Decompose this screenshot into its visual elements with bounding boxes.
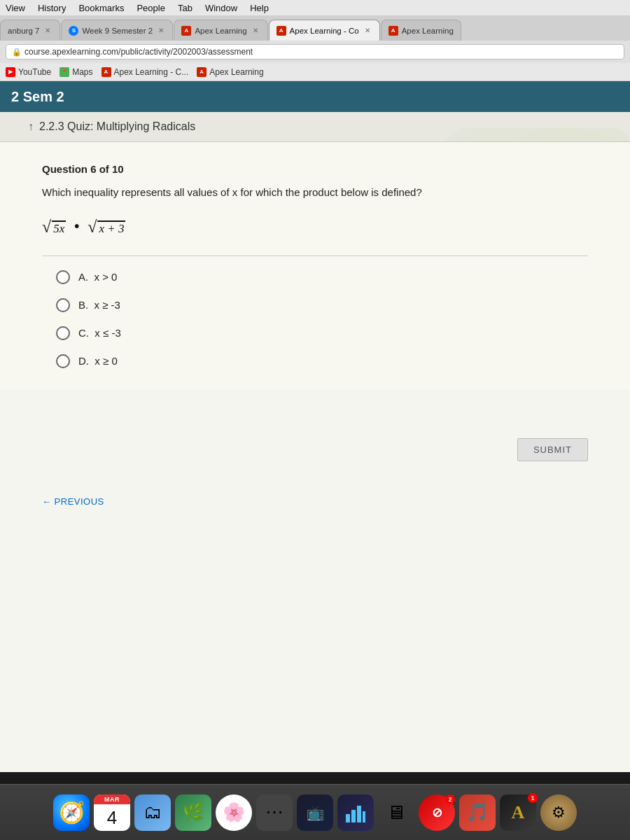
dock-app4[interactable]: 🌿 bbox=[175, 794, 211, 831]
dock-finder[interactable]: 🗂 bbox=[134, 794, 171, 831]
menu-bar: View History Bookmarks People Tab Window… bbox=[0, 0, 630, 15]
menu-view[interactable]: View bbox=[6, 3, 25, 13]
dock-cal-month: MAR bbox=[94, 794, 130, 804]
tab5-favicon: A bbox=[388, 26, 398, 36]
tab3-close[interactable]: ✕ bbox=[251, 26, 260, 36]
tab5-label: Apex Learning bbox=[402, 27, 454, 35]
menu-tab[interactable]: Tab bbox=[178, 3, 192, 13]
bookmarks-bar: ▶ YouTube 📍 Maps A Apex Learning - C... … bbox=[0, 63, 630, 81]
address-bar[interactable]: 🔒 course.apexlearning.com/public/activit… bbox=[6, 44, 624, 59]
dock: 🧭 MAR 4 🗂 🌿 🌸 ⋯ 📺 🖥 ⊘ 2 bbox=[0, 784, 630, 840]
accessibility-icon: A bbox=[512, 802, 525, 823]
dock-cal-day: 4 bbox=[107, 804, 117, 831]
question-text: Which inequality represents all values o… bbox=[42, 185, 518, 201]
dock-music[interactable]: 🎵 bbox=[459, 794, 496, 831]
answer-c-label: C. x ≤ -3 bbox=[78, 327, 121, 339]
nav-bottom: ← PREVIOUS bbox=[0, 482, 630, 521]
menu-history[interactable]: History bbox=[38, 3, 66, 13]
svg-rect-17 bbox=[363, 811, 365, 822]
tab4-close[interactable]: ✕ bbox=[363, 26, 372, 36]
answer-option-a[interactable]: A. x > 0 bbox=[56, 270, 588, 284]
page-header: 2 Sem 2 bbox=[0, 81, 630, 112]
answer-a-label: A. x > 0 bbox=[78, 271, 117, 283]
bookmark-maps[interactable]: 📍 Maps bbox=[59, 67, 92, 77]
dock-photos[interactable]: 🌸 bbox=[216, 794, 252, 831]
dock-stats[interactable] bbox=[337, 794, 374, 831]
address-bar-row: 🔒 course.apexlearning.com/public/activit… bbox=[0, 41, 630, 63]
youtube-icon: ▶ bbox=[6, 67, 15, 77]
tabs-bar: anburg 7 ✕ S Week 9 Semester 2 ✕ A Apex … bbox=[0, 15, 630, 41]
menu-people[interactable]: People bbox=[136, 3, 164, 13]
divider bbox=[42, 255, 588, 256]
dock-dnd[interactable]: ⊘ 2 bbox=[419, 794, 455, 831]
tab-week9[interactable]: S Week 9 Semester 2 ✕ bbox=[61, 20, 173, 41]
apex-bm-icon: A bbox=[197, 67, 206, 77]
answer-options: A. x > 0 B. x ≥ -3 C. x ≤ -3 D. x ≥ 0 bbox=[42, 270, 588, 368]
dock-dnd-badge: 2 bbox=[445, 794, 455, 804]
tab2-label: Week 9 Semester 2 bbox=[82, 27, 153, 35]
apex-c-icon: A bbox=[102, 67, 111, 77]
dock-app7[interactable]: 📺 bbox=[297, 794, 333, 831]
svg-rect-16 bbox=[357, 806, 361, 822]
radio-a[interactable] bbox=[56, 270, 70, 284]
answer-option-b[interactable]: B. x ≥ -3 bbox=[56, 298, 588, 312]
dock-calendar[interactable]: MAR 4 bbox=[94, 794, 130, 831]
stats-chart-icon bbox=[343, 800, 368, 825]
tab4-favicon: A bbox=[276, 26, 286, 36]
answer-b-label: B. x ≥ -3 bbox=[78, 299, 120, 311]
answer-option-d[interactable]: D. x ≥ 0 bbox=[56, 354, 588, 368]
bookmark-apex-c-label: Apex Learning - C... bbox=[114, 67, 189, 77]
tab-anburg[interactable]: anburg 7 ✕ bbox=[0, 20, 60, 41]
menu-bookmarks[interactable]: Bookmarks bbox=[78, 3, 124, 13]
dock-safari[interactable]: 🧭 bbox=[53, 794, 90, 831]
sqrt-x3: √ x + 3 bbox=[88, 218, 125, 236]
lock-icon: 🔒 bbox=[12, 48, 22, 57]
radio-c[interactable] bbox=[56, 326, 70, 340]
dock-last[interactable]: ⚙ bbox=[540, 794, 577, 831]
quiz-content: Question 6 of 10 Which inequality repres… bbox=[0, 142, 630, 389]
radio-b[interactable] bbox=[56, 298, 70, 312]
bookmark-apex[interactable]: A Apex Learning bbox=[197, 67, 263, 77]
tab3-favicon: A bbox=[181, 26, 191, 36]
sqrt-5x: √ 5x bbox=[42, 218, 66, 236]
back-arrow-icon[interactable]: ↑ bbox=[28, 120, 34, 133]
section-title: 2 Sem 2 bbox=[11, 89, 64, 105]
menu-help[interactable]: Help bbox=[250, 3, 269, 13]
quiz-title: 2.2.3 Quiz: Multiplying Radicals bbox=[39, 120, 195, 133]
content-area: Question 6 of 10 Which inequality repres… bbox=[0, 142, 630, 772]
previous-link[interactable]: ← PREVIOUS bbox=[42, 496, 104, 507]
tab-apex-co[interactable]: A Apex Learning - Co ✕ bbox=[269, 20, 380, 41]
tab1-label: anburg 7 bbox=[8, 27, 39, 35]
submit-area: SUBMIT bbox=[0, 417, 630, 482]
submit-button[interactable]: SUBMIT bbox=[517, 438, 588, 461]
maps-icon: 📍 bbox=[59, 67, 69, 77]
tab2-close[interactable]: ✕ bbox=[156, 26, 166, 36]
url-text: course.apexlearning.com/public/activity/… bbox=[24, 47, 253, 57]
answer-d-label: D. x ≥ 0 bbox=[78, 355, 118, 367]
bookmark-apex-c[interactable]: A Apex Learning - C... bbox=[102, 67, 189, 77]
bookmark-youtube[interactable]: ▶ YouTube bbox=[6, 67, 51, 77]
answer-option-c[interactable]: C. x ≤ -3 bbox=[56, 326, 588, 340]
dock-a-badge: 1 bbox=[528, 793, 538, 803]
bookmark-apex-label: Apex Learning bbox=[209, 67, 263, 77]
dock-app6[interactable]: ⋯ bbox=[256, 794, 293, 831]
bookmark-maps-label: Maps bbox=[72, 67, 92, 77]
radio-d[interactable] bbox=[56, 354, 70, 368]
svg-rect-15 bbox=[351, 810, 356, 822]
tab1-close[interactable]: ✕ bbox=[43, 26, 52, 36]
tab-apex2[interactable]: A Apex Learning bbox=[381, 20, 461, 41]
svg-rect-14 bbox=[346, 814, 350, 822]
menu-window[interactable]: Window bbox=[205, 3, 237, 13]
dock-accessibility[interactable]: A 1 bbox=[500, 794, 536, 831]
tab4-label: Apex Learning - Co bbox=[290, 27, 359, 35]
bookmark-youtube-label: YouTube bbox=[18, 67, 51, 77]
tab2-favicon: S bbox=[69, 26, 78, 36]
tab-apex1[interactable]: A Apex Learning ✕ bbox=[174, 20, 267, 41]
multiply-dot: • bbox=[74, 218, 79, 234]
question-number: Question 6 of 10 bbox=[42, 163, 588, 175]
quiz-header-bar: ↑ 2.2.3 Quiz: Multiplying Radicals bbox=[0, 112, 630, 142]
tab3-label: Apex Learning bbox=[195, 27, 246, 35]
math-expression: √ 5x • √ x + 3 bbox=[42, 215, 588, 239]
dock-monitor[interactable]: 🖥 bbox=[378, 794, 414, 831]
